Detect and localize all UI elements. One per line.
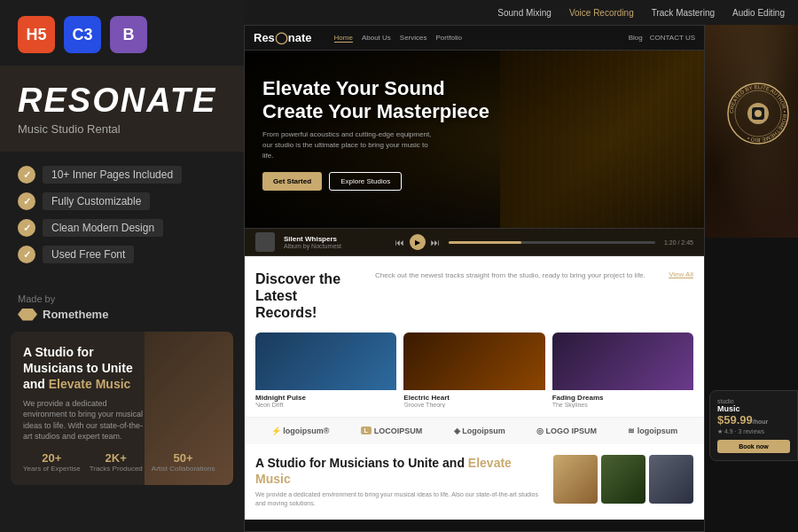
bootstrap-badge: B (110, 16, 147, 53)
record-name-2: Electric Heart (403, 394, 544, 402)
feature-item: Fully Customizable (18, 192, 226, 210)
player-controls[interactable]: ⏮ ▶ ⏭ (395, 234, 440, 250)
records-title: Discover the Latest Records! (255, 270, 362, 322)
nav-voice-recording[interactable]: Voice Recording (569, 8, 634, 18)
studio-image-1 (553, 455, 598, 504)
studio-image-3 (649, 455, 693, 504)
studio-image-2 (601, 455, 645, 504)
feature-label: Clean Modern Design (43, 219, 163, 237)
progress-fill (449, 241, 520, 244)
logo-5: ≋ logoipsum (628, 426, 677, 435)
promo-stats: 20+ Years of Expertise 2K+ Tracks Produc… (23, 451, 221, 473)
circular-badge: CREATED BY ELITE AUTHOR • ROMETHEME.BIO … (723, 78, 794, 149)
contact-button[interactable]: CONTACT US (650, 34, 695, 42)
player-time: 1:20 / 2:45 (664, 239, 693, 246)
side-card-title: Music (717, 404, 790, 413)
record-card-2[interactable]: Electric Heart Groove Theory (403, 332, 544, 408)
preview-nav: Home About Us Services Portfolio (334, 34, 462, 43)
main-area: Sound Mixing Voice Recording Track Maste… (244, 0, 798, 532)
logos-section: ⚡ logoipsum® L LOCOIPSUM ◈ Logoipsum ◎ L… (245, 417, 704, 444)
css3-badge: C3 (64, 16, 101, 53)
preview-nav-portfolio[interactable]: Portfolio (436, 34, 462, 43)
records-grid: Midnight Pulse Neon Drift Electric Heart… (255, 332, 693, 408)
promo-desc: We provide a dedicated environment to br… (23, 398, 147, 442)
made-by-label: Made by (18, 293, 226, 304)
book-now-button[interactable]: Book now (717, 440, 790, 453)
studio-images (553, 455, 693, 504)
side-card-rating: ★ 4.9 · 3 reviews (717, 428, 790, 435)
made-by-section: Made by Rometheme (0, 286, 244, 332)
studio-description: We provide a dedicated environment to br… (255, 490, 544, 509)
preview-nav-services[interactable]: Services (400, 34, 427, 43)
brand-title: RESONATE (18, 83, 226, 117)
hero-title: Elevate Your Sound Create Your Masterpie… (262, 77, 686, 124)
brand-subtitle: Music Studio Rental (18, 122, 226, 136)
logo-1: ⚡ logoipsum® (271, 426, 330, 435)
get-started-button[interactable]: Get Started (262, 172, 322, 191)
record-name-3: Fading Dreams (552, 394, 693, 402)
nav-sound-mixing[interactable]: Sound Mixing (497, 8, 552, 18)
player-info: Silent Whispers Album by Nocturnest (284, 235, 387, 249)
feature-label: Used Free Font (43, 246, 134, 263)
feature-label: 10+ Inner Pages Included (43, 166, 182, 184)
preview-logo: Res◯nate (254, 31, 312, 44)
studio-promo-card: A Studio for Musicians to Unite and Elev… (11, 332, 233, 485)
feature-item: Clean Modern Design (18, 219, 226, 237)
hero-content: Elevate Your Sound Create Your Masterpie… (245, 51, 704, 191)
check-icon (18, 246, 35, 263)
player-track-title: Silent Whispers (284, 235, 387, 243)
record-artist-3: The Skylines (552, 402, 693, 408)
logo-2: L LOCOIPSUM (361, 426, 423, 435)
rometheme-icon (18, 309, 37, 321)
player-artist: Album by Nocturnest (284, 243, 387, 249)
hero-description: From powerful acoustics and cutting-edge… (262, 129, 440, 161)
left-panel: H5 C3 B RESONATE Music Studio Rental 10+… (0, 0, 244, 532)
check-icon (18, 192, 35, 210)
preview-header-right: Blog CONTACT US (629, 34, 695, 42)
studio-title: A Studio for Musicians to Unite and Elev… (255, 455, 544, 487)
stat-artists: 50+ Artist Collaborations (152, 451, 215, 473)
record-card-1[interactable]: Midnight Pulse Neon Drift (255, 332, 396, 408)
stat-years: 20+ Years of Expertise (23, 451, 81, 473)
top-nav: Sound Mixing Voice Recording Track Maste… (244, 0, 798, 25)
prev-button[interactable]: ⏮ (395, 238, 404, 247)
check-icon (18, 166, 35, 184)
player-thumbnail (255, 232, 275, 252)
play-button[interactable]: ▶ (410, 234, 426, 250)
preview-nav-about[interactable]: About Us (362, 34, 391, 43)
blog-button[interactable]: Blog (629, 34, 643, 42)
feature-item: 10+ Inner Pages Included (18, 166, 226, 184)
rometheme-name: Rometheme (43, 308, 108, 321)
next-button[interactable]: ⏭ (431, 238, 440, 247)
nav-audio-editing[interactable]: Audio Editing (732, 8, 785, 18)
stat-tracks: 2K+ Tracks Produced (90, 451, 143, 473)
preview-header: Res◯nate Home About Us Services Portfoli… (245, 26, 704, 51)
logo-4: ◎ LOGO IPSUM (536, 426, 597, 435)
record-image-1 (255, 332, 396, 390)
feature-label: Fully Customizable (43, 192, 150, 210)
record-artist-2: Groove Theory (403, 402, 544, 408)
preview-nav-home[interactable]: Home (334, 34, 353, 43)
record-artist-1: Neon Drift (255, 402, 396, 408)
record-image-2 (403, 332, 544, 390)
check-icon (18, 219, 35, 237)
studio-content: A Studio for Musicians to Unite and Elev… (255, 455, 544, 509)
records-header: Discover the Latest Records! Check out t… (255, 270, 693, 322)
record-card-3[interactable]: Fading Dreams The Skylines (552, 332, 693, 408)
records-desc: Check out the newest tracks straight fro… (375, 270, 655, 281)
player-bar: Silent Whispers Album by Nocturnest ⏮ ▶ … (245, 228, 704, 256)
right-panel: CREATED BY ELITE AUTHOR • ROMETHEME.BIO … (705, 25, 798, 532)
promo-title: A Studio for Musicians to Unite and Elev… (23, 344, 147, 393)
player-progress-bar[interactable] (449, 241, 655, 244)
view-all-button[interactable]: View All (669, 270, 693, 278)
side-card-price: $59.99/hour (717, 413, 790, 426)
html5-badge: H5 (18, 16, 55, 53)
explore-studios-button[interactable]: Explore Studios (329, 172, 402, 191)
record-name-1: Midnight Pulse (255, 394, 396, 402)
svg-point-5 (755, 110, 762, 117)
features-section: 10+ Inner Pages Included Fully Customiza… (0, 152, 244, 286)
side-card-category: studio (717, 398, 790, 404)
rometheme-brand: Rometheme (18, 308, 226, 321)
feature-item: Used Free Font (18, 246, 226, 263)
nav-track-mastering[interactable]: Track Mastering (652, 8, 715, 18)
